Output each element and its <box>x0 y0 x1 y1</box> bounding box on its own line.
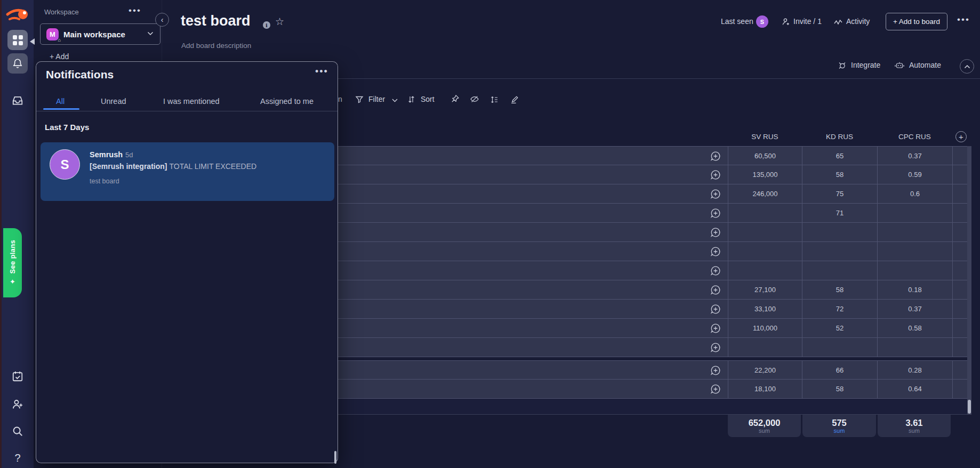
tab-mentioned[interactable]: I was mentioned <box>163 97 220 106</box>
activity-button[interactable]: Activity <box>846 17 870 26</box>
person-button-truncated[interactable]: n <box>338 95 342 103</box>
search-icon[interactable] <box>9 423 27 440</box>
sum-kd[interactable]: 575 sum <box>802 415 876 437</box>
cell-kd[interactable]: 75 <box>802 184 877 203</box>
add-update-icon[interactable] <box>710 384 721 394</box>
add-to-board-button[interactable]: + Add to board <box>886 13 947 30</box>
cell-extra[interactable] <box>952 300 967 318</box>
cell-kd[interactable]: 66 <box>802 361 877 379</box>
sum-sv[interactable]: 652,000 sum <box>728 415 801 437</box>
column-header-kd[interactable]: KD RUS <box>802 133 877 141</box>
my-work-icon[interactable] <box>9 368 27 385</box>
add-update-icon[interactable] <box>710 323 721 334</box>
pin-icon[interactable] <box>451 94 460 103</box>
add-update-icon[interactable] <box>710 208 721 219</box>
column-header-sv[interactable]: SV RUS <box>728 133 802 141</box>
column-header-cpc[interactable]: CPC RUS <box>877 133 952 141</box>
cell-sv[interactable]: 246,000 <box>728 184 802 203</box>
avatar[interactable]: S <box>756 15 768 28</box>
row-name-cell[interactable] <box>338 338 728 357</box>
row-name-cell[interactable] <box>338 380 728 398</box>
cell-kd[interactable]: 58 <box>802 165 877 184</box>
table-row[interactable]: 135,000 58 0.59 <box>338 165 967 184</box>
cell-sv[interactable] <box>728 261 802 280</box>
cell-sv[interactable] <box>728 242 802 261</box>
tab-unread[interactable]: Unread <box>101 97 126 106</box>
filter-button[interactable]: Filter <box>368 95 385 103</box>
cell-sv[interactable]: 27,100 <box>728 280 802 299</box>
cell-sv[interactable]: 22,200 <box>728 361 802 379</box>
cell-sv[interactable]: 33,100 <box>728 300 802 318</box>
cell-kd[interactable]: 71 <box>802 204 877 222</box>
help-icon[interactable]: ? <box>9 449 27 466</box>
automate-button[interactable]: Automate <box>909 61 941 69</box>
cell-sv[interactable] <box>728 223 802 241</box>
cell-extra[interactable] <box>952 165 967 184</box>
cell-cpc[interactable]: 0.18 <box>877 280 952 299</box>
add-update-icon[interactable] <box>710 365 721 376</box>
row-name-cell[interactable] <box>338 319 728 337</box>
integrate-button[interactable]: Integrate <box>851 61 880 69</box>
cell-sv[interactable]: 110,000 <box>728 319 802 337</box>
row-name-cell[interactable] <box>338 223 728 241</box>
semrush-logo-icon[interactable] <box>5 6 30 25</box>
workspace-selector[interactable]: M ⌂ Main workspace <box>40 23 160 45</box>
board-description[interactable]: Add board description <box>181 42 251 50</box>
add-update-icon[interactable] <box>710 246 721 257</box>
cell-kd[interactable] <box>802 261 877 280</box>
inbox-icon[interactable] <box>9 92 27 109</box>
cell-sv[interactable]: 18,100 <box>728 380 802 398</box>
cell-sv[interactable]: 135,000 <box>728 165 802 184</box>
customize-icon[interactable] <box>510 95 519 104</box>
table-row[interactable] <box>338 338 967 357</box>
row-height-icon[interactable] <box>490 95 499 104</box>
tab-assigned[interactable]: Assigned to me <box>260 97 314 106</box>
cell-kd[interactable] <box>802 242 877 261</box>
cell-cpc[interactable]: 0.28 <box>877 361 952 379</box>
cell-extra[interactable] <box>952 338 967 357</box>
row-name-cell[interactable] <box>338 242 728 261</box>
table-row[interactable]: 246,000 75 0.6 <box>338 184 967 204</box>
table-row[interactable]: 27,100 58 0.18 <box>338 280 967 300</box>
sum-cpc[interactable]: 3.61 sum <box>878 415 951 437</box>
table-row[interactable]: 22,200 66 0.28 <box>338 360 967 380</box>
see-plans-badge[interactable]: See plans ✦ <box>3 228 22 297</box>
cell-cpc[interactable] <box>877 242 952 261</box>
add-update-icon[interactable] <box>710 265 721 276</box>
cell-extra[interactable] <box>952 319 967 337</box>
tab-all[interactable]: All <box>56 97 65 106</box>
row-name-cell[interactable] <box>338 261 728 280</box>
bell-icon[interactable] <box>7 53 28 74</box>
cell-extra[interactable] <box>952 361 967 379</box>
cell-extra[interactable] <box>952 261 967 280</box>
table-row[interactable]: 71 <box>338 204 967 223</box>
add-update-icon[interactable] <box>710 227 721 238</box>
row-name-cell[interactable] <box>338 300 728 318</box>
row-name-cell[interactable] <box>338 361 728 379</box>
cell-cpc[interactable]: 0.6 <box>877 184 952 203</box>
invite-members-icon[interactable] <box>9 396 27 413</box>
add-update-icon[interactable] <box>710 151 721 162</box>
star-icon[interactable]: ☆ <box>275 15 284 28</box>
cell-kd[interactable] <box>802 223 877 241</box>
add-update-icon[interactable] <box>710 304 721 314</box>
table-row[interactable]: 110,000 52 0.58 <box>338 319 967 338</box>
collapse-header-button[interactable] <box>960 59 974 74</box>
hide-icon[interactable] <box>470 95 479 103</box>
row-name-cell[interactable] <box>338 147 728 165</box>
info-icon[interactable]: i <box>263 21 270 29</box>
notifications-menu-icon[interactable]: ••• <box>315 66 328 77</box>
cell-cpc[interactable] <box>877 223 952 241</box>
cell-cpc[interactable]: 0.37 <box>877 147 952 165</box>
add-update-icon[interactable] <box>710 285 721 295</box>
cell-cpc[interactable]: 0.58 <box>877 319 952 337</box>
cell-kd[interactable]: 65 <box>802 147 877 165</box>
cell-cpc[interactable]: 0.64 <box>877 380 952 398</box>
add-column-icon[interactable]: + <box>955 131 967 142</box>
table-row[interactable] <box>338 261 967 280</box>
table-row[interactable]: 18,100 58 0.64 <box>338 380 967 399</box>
row-name-cell[interactable] <box>338 204 728 222</box>
cell-extra[interactable] <box>952 242 967 261</box>
cell-cpc[interactable]: 0.59 <box>877 165 952 184</box>
vertical-scrollbar-track[interactable] <box>967 146 971 415</box>
